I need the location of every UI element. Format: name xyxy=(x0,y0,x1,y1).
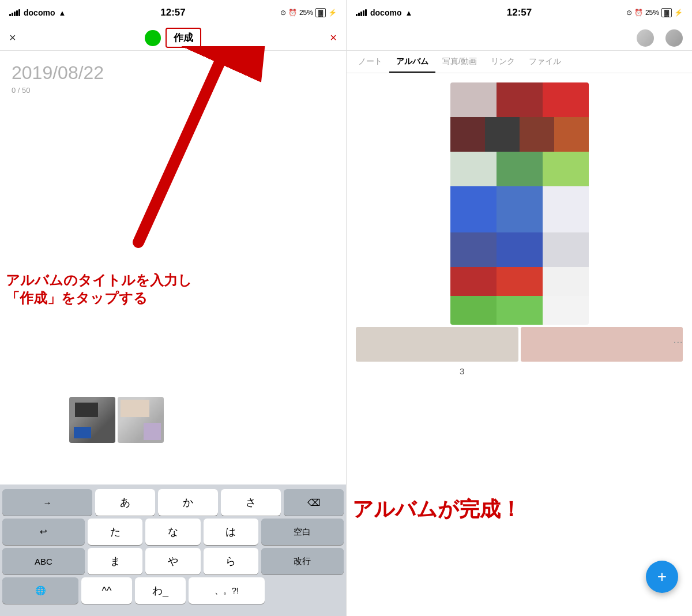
carrier-name-left: docomo xyxy=(24,8,55,17)
keyboard-row-3: ABC ま や ら 改行 xyxy=(2,548,344,574)
completion-text: アルバムが完成！ xyxy=(352,495,521,524)
wifi-icon-left: ▲ xyxy=(58,9,66,17)
status-bar-right: docomo ▲ 12:57 ⊙ ⏰ 25% ▓ ⚡ xyxy=(347,0,692,25)
tab-album[interactable]: アルバム xyxy=(389,51,435,73)
avatar-2 xyxy=(665,29,683,47)
album-svg xyxy=(450,82,589,325)
date-title-placeholder[interactable]: 2019/08/22 xyxy=(12,62,334,84)
create-button[interactable]: 作成 xyxy=(166,28,201,48)
key-ra[interactable]: ら xyxy=(204,548,258,574)
more-options-button[interactable]: ... xyxy=(673,333,683,346)
nav-bar-left: × 作成 × xyxy=(0,25,346,51)
key-sa[interactable]: さ xyxy=(221,489,281,516)
alarm-icon-right: ⏰ xyxy=(634,9,643,17)
key-ya[interactable]: や xyxy=(145,548,200,574)
fab-button[interactable]: + xyxy=(646,561,678,593)
key-enter[interactable]: 改行 xyxy=(261,548,344,574)
key-arrow[interactable]: → xyxy=(2,489,92,516)
signal-icon xyxy=(9,9,20,16)
battery-pct-left: 25% xyxy=(299,9,313,17)
alarm-icon-left: ⏰ xyxy=(288,9,297,17)
signal-icon-right xyxy=(356,9,367,16)
key-backspace[interactable]: ⌫ xyxy=(284,489,344,516)
charging-icon-right: ⚡ xyxy=(674,9,683,17)
keyboard-row-2: ↩ た な は 空白 xyxy=(2,519,344,545)
tabs-bar: ノート アルバム 写真/動画 リンク ファイル xyxy=(347,51,692,73)
status-bar-left: docomo ▲ 12:57 ⊙ ⏰ 25% ▓ ⚡ xyxy=(0,0,346,25)
camera-icon-left: ⊙ xyxy=(280,9,286,17)
keyboard-row-1: → あ か さ ⌫ xyxy=(2,489,344,516)
carrier-name-right: docomo xyxy=(370,8,401,17)
create-btn-area: 作成 xyxy=(145,28,201,48)
avatar-1 xyxy=(637,29,654,47)
key-space[interactable]: 空白 xyxy=(261,519,344,545)
charging-icon-left: ⚡ xyxy=(328,9,337,17)
keyboard: → あ か さ ⌫ ↩ た な は 空白 ABC ま や ら 改行 🌐 ^^ わ… xyxy=(0,484,346,616)
key-abc[interactable]: ABC xyxy=(2,548,85,574)
album-count-label: 3 xyxy=(356,366,683,376)
album-image[interactable] xyxy=(450,82,589,325)
key-nn[interactable]: ^^ xyxy=(81,577,132,604)
key-punct[interactable]: 、。?! xyxy=(189,577,265,604)
key-wa[interactable]: わ_ xyxy=(135,577,186,604)
key-undo[interactable]: ↩ xyxy=(2,519,85,545)
time-right: 12:57 xyxy=(507,7,532,18)
time-left: 12:57 xyxy=(160,7,185,18)
album-content: ... 3 アルバムが完成！ + xyxy=(347,73,692,616)
camera-icon-right: ⊙ xyxy=(626,9,632,17)
carrier-left: docomo ▲ xyxy=(9,8,66,17)
key-na[interactable]: な xyxy=(145,519,200,545)
nav-bar-right xyxy=(347,25,692,51)
svg-rect-24 xyxy=(450,82,589,325)
key-globe[interactable]: 🌐 xyxy=(2,577,78,604)
small-thumb-1[interactable] xyxy=(356,327,518,362)
char-count-label: 0 / 50 xyxy=(12,86,334,95)
key-a[interactable]: あ xyxy=(95,489,155,516)
close-button[interactable]: × xyxy=(9,31,16,44)
annotation-text: アルバムのタイトルを入力し「作成」をタップする xyxy=(6,271,192,307)
left-panel: docomo ▲ 12:57 ⊙ ⏰ 25% ▓ ⚡ × 作成 × 2019/0… xyxy=(0,0,346,616)
battery-pct-right: 25% xyxy=(645,9,659,17)
photo-thumbnails xyxy=(69,397,164,443)
battery-icon-left: ▓ xyxy=(315,8,326,17)
tab-link[interactable]: リンク xyxy=(484,51,522,73)
battery-left: ⊙ ⏰ 25% ▓ ⚡ xyxy=(280,8,337,17)
green-dot-icon xyxy=(145,30,161,46)
small-thumb-2[interactable] xyxy=(521,327,683,362)
tab-file[interactable]: ファイル xyxy=(522,51,568,73)
tab-photos[interactable]: 写真/動画 xyxy=(435,51,484,73)
key-ma[interactable]: ま xyxy=(88,548,142,574)
battery-right: ⊙ ⏰ 25% ▓ ⚡ xyxy=(626,8,683,17)
cancel-button[interactable]: × xyxy=(330,31,337,44)
battery-icon-right: ▓ xyxy=(661,8,672,17)
tab-note[interactable]: ノート xyxy=(351,51,389,73)
key-ha[interactable]: は xyxy=(204,519,258,545)
key-ta[interactable]: た xyxy=(88,519,142,545)
keyboard-row-4: 🌐 ^^ わ_ 、。?! xyxy=(2,577,344,604)
small-thumbnails xyxy=(356,327,683,362)
right-panel: docomo ▲ 12:57 ⊙ ⏰ 25% ▓ ⚡ ノート アルバム 写真/動… xyxy=(346,0,692,616)
wifi-icon-right: ▲ xyxy=(405,9,412,17)
key-ka[interactable]: か xyxy=(158,489,218,516)
carrier-right: docomo ▲ xyxy=(356,8,412,17)
title-input-area[interactable]: 2019/08/22 0 / 50 xyxy=(0,51,346,99)
